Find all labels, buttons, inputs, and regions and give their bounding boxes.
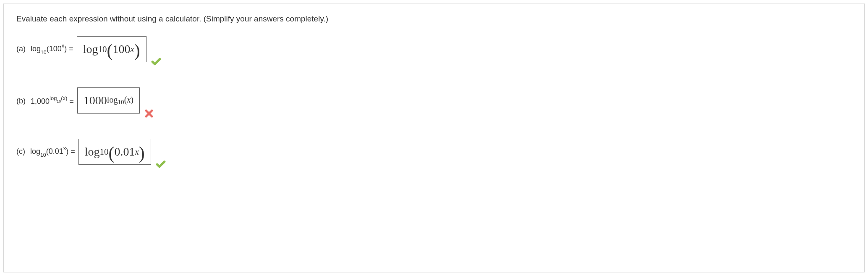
part-a-answer[interactable]: log10(100x)	[77, 36, 146, 62]
part-c-expression: (c) log10(0.01x) =	[16, 146, 75, 157]
check-icon	[151, 56, 162, 67]
question-container: Evaluate each expression without using a…	[3, 3, 865, 272]
part-c: (c) log10(0.01x) = log10(0.01x)	[16, 139, 852, 165]
part-b: (b) 1,000log10(x) = 1000log10(x)	[16, 87, 852, 114]
part-b-answer[interactable]: 1000log10(x)	[77, 87, 140, 114]
part-a-letter: (a)	[16, 45, 26, 53]
instruction-text: Evaluate each expression without using a…	[16, 14, 852, 24]
part-c-letter: (c)	[16, 147, 25, 156]
part-b-expression: (b) 1,000log10(x) =	[16, 96, 74, 106]
x-icon	[144, 108, 154, 119]
part-b-letter: (b)	[16, 97, 26, 106]
part-a-expression: (a) log10(100x) =	[16, 43, 73, 55]
check-icon	[155, 159, 166, 170]
part-a: (a) log10(100x) = log10(100x)	[16, 36, 852, 62]
part-c-answer[interactable]: log10(0.01x)	[78, 139, 151, 165]
